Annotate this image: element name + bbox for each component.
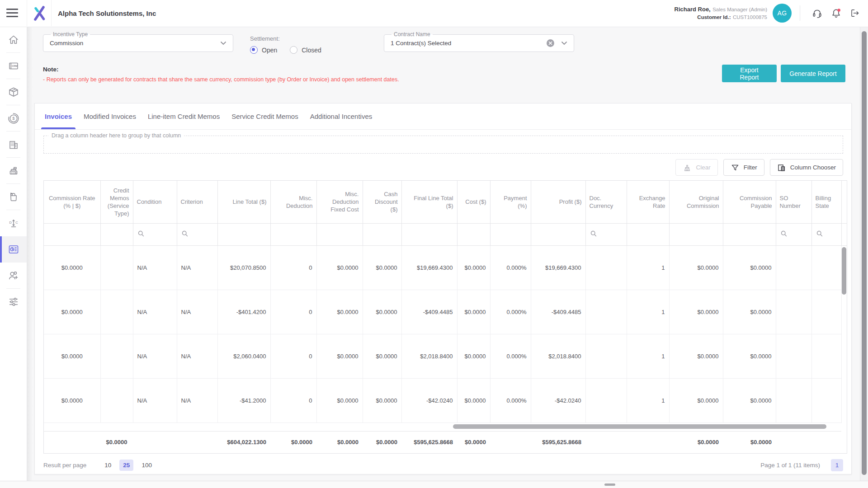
sidebar-item-purchases[interactable]: [0, 184, 27, 210]
column-header[interactable]: Commission Rate (% | $): [44, 181, 100, 223]
table-cell: [811, 290, 841, 334]
table-cell: [776, 290, 811, 334]
search-icon[interactable]: [137, 230, 145, 237]
column-header[interactable]: Misc. Deduction: [270, 181, 316, 223]
filter-cell[interactable]: [316, 223, 363, 245]
table-cell: [585, 290, 627, 334]
sidebar-item-products[interactable]: [0, 79, 27, 105]
page-vertical-scrollbar[interactable]: [860, 27, 868, 481]
filter-cell[interactable]: [401, 223, 457, 245]
column-header[interactable]: Line Total ($): [217, 181, 270, 223]
summary-cell: $595,625.8668: [531, 431, 585, 453]
column-header[interactable]: Condition: [133, 181, 177, 223]
filter-cell[interactable]: [363, 223, 401, 245]
column-header[interactable]: Billing State: [811, 181, 841, 223]
page-vertical-scrollbar-thumb[interactable]: [862, 31, 867, 475]
sidebar-item-debit-credit[interactable]: D C: [0, 210, 27, 236]
page-size-option-100[interactable]: 100: [138, 460, 156, 471]
column-header[interactable]: Credit Memos (Service Type): [100, 181, 133, 223]
column-header[interactable]: SO Number: [776, 181, 811, 223]
filter-cell[interactable]: [270, 223, 316, 245]
filter-cell[interactable]: [585, 223, 627, 245]
filter-cell[interactable]: [811, 223, 841, 245]
sidebar-item-preferences[interactable]: [0, 289, 27, 315]
tab-additional-incentives[interactable]: Additional Incentives: [307, 103, 376, 129]
tab-invoices[interactable]: Invoices: [41, 103, 75, 129]
sidebar-item-payments[interactable]: $: [0, 105, 27, 131]
page-size-option-25[interactable]: 25: [119, 460, 133, 471]
filter-cell[interactable]: [627, 223, 669, 245]
column-header[interactable]: Final Line Total ($): [401, 181, 457, 223]
filter-filler: [841, 223, 847, 245]
sidebar-item-organization[interactable]: [0, 131, 27, 158]
column-header[interactable]: Original Commission: [669, 181, 723, 223]
filter-cell[interactable]: [133, 223, 177, 245]
search-icon[interactable]: [181, 230, 189, 237]
grid-vertical-scrollbar[interactable]: [842, 247, 846, 295]
column-header[interactable]: Cost ($): [457, 181, 490, 223]
column-header[interactable]: Profit ($): [531, 181, 585, 223]
sidebar-item-reports[interactable]: [0, 236, 27, 263]
tab-modified-invoices[interactable]: Modified Invoices: [80, 103, 140, 129]
table-cell: [100, 378, 133, 422]
settlement-option-open[interactable]: Open: [250, 46, 277, 54]
menu-icon[interactable]: [6, 9, 19, 18]
page-horizontal-scrollbar-thumb[interactable]: [604, 483, 615, 486]
column-chooser-button[interactable]: Column Chooser: [770, 159, 843, 176]
sidebar-item-add-user[interactable]: [0, 263, 27, 289]
clear-button[interactable]: Clear: [675, 159, 717, 176]
search-icon[interactable]: [780, 230, 788, 237]
page-horizontal-scrollbar[interactable]: [0, 481, 868, 488]
contract-name-select[interactable]: Contract Name 1 Contract(s) Selected: [384, 31, 574, 52]
sidebar-item-crm[interactable]: CRM: [0, 53, 27, 79]
filter-cell[interactable]: [457, 223, 490, 245]
avatar[interactable]: AG: [773, 4, 792, 23]
company-name: Alpha Tech Solutionstems, Inc: [58, 0, 156, 26]
filter-cell[interactable]: [776, 223, 811, 245]
page-size-option-10[interactable]: 10: [101, 460, 115, 471]
shopping-bag-icon: [8, 191, 19, 203]
filter-cell[interactable]: [723, 223, 776, 245]
table-cell: [776, 334, 811, 378]
filter-cell[interactable]: [669, 223, 723, 245]
tab-line-item-credit-memos[interactable]: Line-item Credit Memos: [144, 103, 223, 129]
page-number-button[interactable]: 1: [831, 459, 843, 471]
grid-horizontal-scrollbar[interactable]: [453, 424, 826, 429]
settlement-option-closed[interactable]: Closed: [290, 46, 321, 54]
table-cell: $0.0000: [316, 245, 363, 290]
logo-x-icon: [30, 4, 48, 22]
filter-button[interactable]: Filter: [723, 159, 764, 176]
filter-cell[interactable]: [177, 223, 217, 245]
support-headset-icon[interactable]: [807, 4, 826, 23]
export-report-button[interactable]: Export Report: [722, 65, 777, 82]
search-icon[interactable]: [816, 230, 823, 237]
filter-cell[interactable]: [490, 223, 531, 245]
table-cell: N/A: [133, 245, 177, 290]
sidebar-item-billing[interactable]: [0, 158, 27, 184]
filter-cell[interactable]: [44, 223, 100, 245]
search-icon[interactable]: [590, 230, 597, 237]
generate-report-button[interactable]: Generate Report: [781, 65, 845, 82]
table-cell: $2,060.0400: [217, 334, 270, 378]
filter-cell[interactable]: [217, 223, 270, 245]
filter-cell[interactable]: [531, 223, 585, 245]
column-header[interactable]: Payment (%): [490, 181, 531, 223]
column-header[interactable]: Exchange Rate: [627, 181, 669, 223]
sidebar-item-home[interactable]: [0, 27, 27, 53]
group-by-panel[interactable]: Drag a column header here to group by th…: [43, 132, 843, 154]
column-header[interactable]: Doc. Currency: [585, 181, 627, 223]
incentive-type-select[interactable]: Incentive Type Commission: [43, 31, 233, 52]
logout-icon[interactable]: [845, 4, 864, 23]
table-cell: $0.0000: [363, 378, 401, 422]
column-header[interactable]: Criterion: [177, 181, 217, 223]
tab-service-credit-memos[interactable]: Service Credit Memos: [228, 103, 302, 129]
column-header[interactable]: Commission Payable: [723, 181, 776, 223]
clear-selection-icon[interactable]: [546, 39, 555, 47]
notifications-bell-icon[interactable]: [826, 4, 845, 23]
column-header[interactable]: Cash Discount ($): [363, 181, 401, 223]
table-cell: $0.0000: [669, 378, 723, 422]
table-cell: $0.0000: [723, 245, 776, 290]
crm-book-icon: CRM: [8, 60, 19, 72]
filter-cell[interactable]: [100, 223, 133, 245]
column-header[interactable]: Misc. Deduction Fixed Cost: [316, 181, 363, 223]
